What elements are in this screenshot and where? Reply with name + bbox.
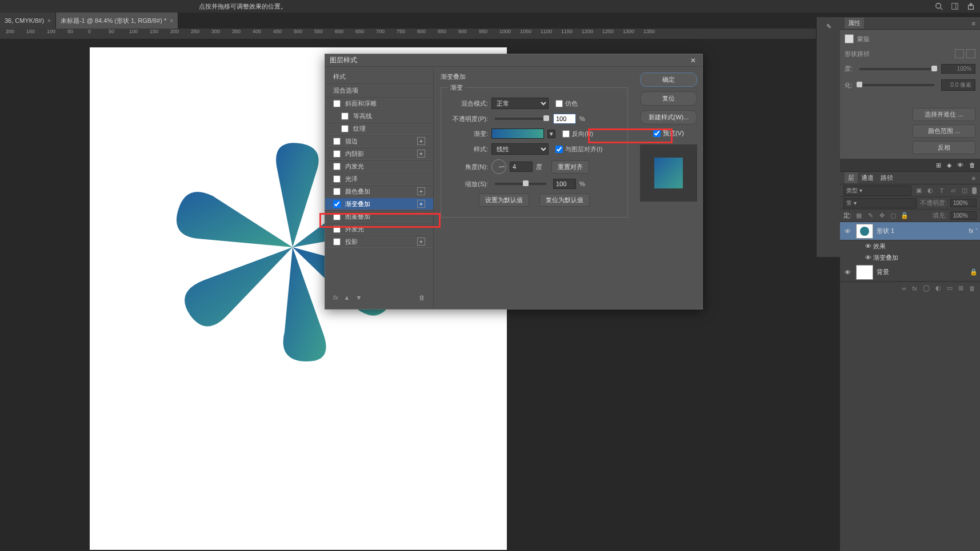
layer-opacity-field[interactable]: 100% — [950, 199, 977, 207]
layer-name[interactable]: 形状 1 — [877, 227, 969, 235]
filter-toggle[interactable] — [972, 187, 977, 194]
footer-icon[interactable]: ◈ — [947, 162, 951, 169]
filter-shape-icon[interactable]: ▱ — [949, 187, 957, 195]
fx-collapse-icon[interactable]: ˆ — [975, 228, 978, 235]
mask-icon[interactable]: ◯ — [923, 284, 930, 292]
reverse-checkbox[interactable]: 反向(R) — [562, 130, 593, 138]
filter-adjust-icon[interactable]: ◐ — [926, 187, 934, 195]
footer-icon[interactable]: ⊞ — [936, 162, 941, 169]
fx-icon[interactable]: fx — [333, 294, 338, 301]
doc-tab-0[interactable]: 36, CMYK/8#) × — [0, 13, 56, 29]
style-checkbox[interactable] — [333, 163, 341, 170]
style-item-11[interactable]: 投影+ — [325, 235, 433, 248]
visibility-icon[interactable]: 👁 — [863, 254, 873, 261]
add-effect-icon[interactable]: + — [417, 238, 425, 246]
style-checkbox[interactable] — [333, 175, 341, 183]
footer-eye-icon[interactable]: 👁 — [957, 162, 963, 168]
invert-button[interactable]: 反相 — [913, 141, 975, 154]
opacity-input[interactable] — [553, 114, 576, 124]
effects-row[interactable]: 👁 效果 — [840, 240, 980, 252]
style-checkbox[interactable] — [341, 125, 349, 132]
style-item-2[interactable]: 纹理 — [325, 122, 433, 135]
filter-image-icon[interactable]: ▣ — [915, 187, 923, 195]
style-checkbox[interactable] — [333, 100, 341, 107]
style-item-7[interactable]: 颜色叠加+ — [325, 185, 433, 198]
add-effect-icon[interactable]: + — [417, 187, 425, 195]
move-up-icon[interactable]: ▲ — [344, 294, 350, 301]
visibility-icon[interactable]: 👁 — [842, 228, 853, 235]
style-checkbox[interactable] — [333, 226, 341, 233]
feather-slider[interactable] — [859, 84, 934, 86]
blend-mode-select[interactable]: 正常 — [491, 98, 549, 109]
preview-checkbox[interactable]: 预览(V) — [653, 129, 684, 138]
panel-menu-icon[interactable]: ≡ — [972, 175, 975, 182]
blend-options-header[interactable]: 混合选项 — [325, 83, 433, 97]
fx-badge[interactable]: fx — [969, 228, 974, 234]
angle-input[interactable] — [510, 162, 533, 172]
style-item-0[interactable]: 斜面和浮雕 — [325, 97, 433, 110]
link-icon[interactable]: ∞ — [902, 285, 907, 292]
gradient-dropdown-icon[interactable]: ▾ — [547, 130, 555, 138]
close-icon[interactable]: ✕ — [689, 56, 698, 65]
style-item-8[interactable]: 渐变叠加+ — [325, 198, 433, 210]
style-item-1[interactable]: 等高线 — [325, 110, 433, 122]
shape-path-icon-1[interactable] — [955, 49, 964, 58]
style-checkbox[interactable] — [341, 112, 349, 120]
align-checkbox[interactable]: 与图层对齐(I) — [555, 145, 602, 154]
adjustment-icon[interactable]: ◐ — [935, 284, 941, 292]
trash-icon[interactable]: 🗑 — [969, 162, 975, 168]
gradient-overlay-effect-row[interactable]: 👁 渐变叠加 — [840, 252, 980, 263]
scale-slider[interactable] — [495, 183, 546, 185]
style-checkbox[interactable] — [333, 200, 341, 208]
angle-dial[interactable] — [491, 159, 506, 174]
lock-brush-icon[interactable]: ✎ — [866, 212, 874, 220]
trash-icon[interactable]: 🗑 — [969, 285, 975, 292]
layer-thumbnail[interactable] — [856, 265, 873, 280]
search-icon[interactable] — [934, 2, 943, 11]
layers-tab[interactable]: 层 — [845, 172, 858, 183]
style-checkbox[interactable] — [333, 150, 341, 158]
style-item-4[interactable]: 内阴影+ — [325, 147, 433, 160]
channels-tab[interactable]: 通道 — [858, 172, 877, 183]
filter-smart-icon[interactable]: ◫ — [961, 187, 969, 195]
add-effect-icon[interactable]: + — [417, 200, 425, 208]
dialog-titlebar[interactable]: 图层样式 ✕ — [325, 54, 702, 67]
reset-align-button[interactable]: 重置对齐 — [551, 160, 589, 174]
style-item-3[interactable]: 描边+ — [325, 135, 433, 147]
blend-mode-select[interactable]: 常 ▾ — [843, 198, 917, 208]
shape-path-icon-2[interactable] — [966, 49, 975, 58]
properties-tab[interactable]: 属性 — [845, 18, 864, 29]
layer-thumbnail[interactable] — [856, 224, 873, 239]
opacity-slider[interactable] — [495, 118, 546, 120]
visibility-icon[interactable]: 👁 — [842, 269, 853, 276]
style-checkbox[interactable] — [333, 138, 341, 145]
move-down-icon[interactable]: ▼ — [355, 294, 362, 301]
fx-icon[interactable]: fx — [912, 285, 917, 292]
brush-presets-icon[interactable]: ✎ — [817, 17, 841, 35]
style-checkbox[interactable] — [333, 188, 341, 195]
dither-checkbox[interactable]: 仿色 — [555, 99, 578, 108]
style-checkbox[interactable] — [333, 213, 341, 220]
style-item-9[interactable]: 图案叠加 — [325, 210, 433, 223]
style-item-5[interactable]: 内发光 — [325, 160, 433, 172]
density-slider[interactable] — [859, 68, 934, 70]
doc-tab-1[interactable]: 未标题-1 @ 84.4% (形状 1, RGB/8#) * × — [56, 13, 178, 29]
layer-shape-1[interactable]: 👁 形状 1 fx ˆ — [840, 222, 980, 240]
lock-artboard-icon[interactable]: ▢ — [889, 212, 897, 220]
cancel-button[interactable]: 复位 — [640, 91, 697, 106]
panel-menu-icon[interactable]: ≡ — [972, 20, 975, 27]
lock-all-icon[interactable]: 🔒 — [901, 212, 909, 220]
fill-field[interactable]: 100% — [950, 211, 977, 220]
layer-background[interactable]: 👁 背景 🔒 — [840, 263, 980, 281]
gradient-swatch[interactable] — [491, 128, 544, 139]
styles-header[interactable]: 样式 — [325, 70, 433, 83]
select-mask-button[interactable]: 选择并遮住 ... — [913, 108, 975, 121]
reset-default-button[interactable]: 复位为默认值 — [539, 194, 590, 207]
lock-icon[interactable]: 🔒 — [970, 268, 978, 276]
close-icon[interactable]: × — [170, 18, 173, 24]
new-style-button[interactable]: 新建样式(W)... — [640, 110, 697, 124]
style-item-6[interactable]: 光泽 — [325, 172, 433, 185]
add-effect-icon[interactable]: + — [417, 137, 425, 145]
layer-name[interactable]: 背景 — [877, 268, 970, 276]
visibility-icon[interactable]: 👁 — [863, 243, 873, 250]
